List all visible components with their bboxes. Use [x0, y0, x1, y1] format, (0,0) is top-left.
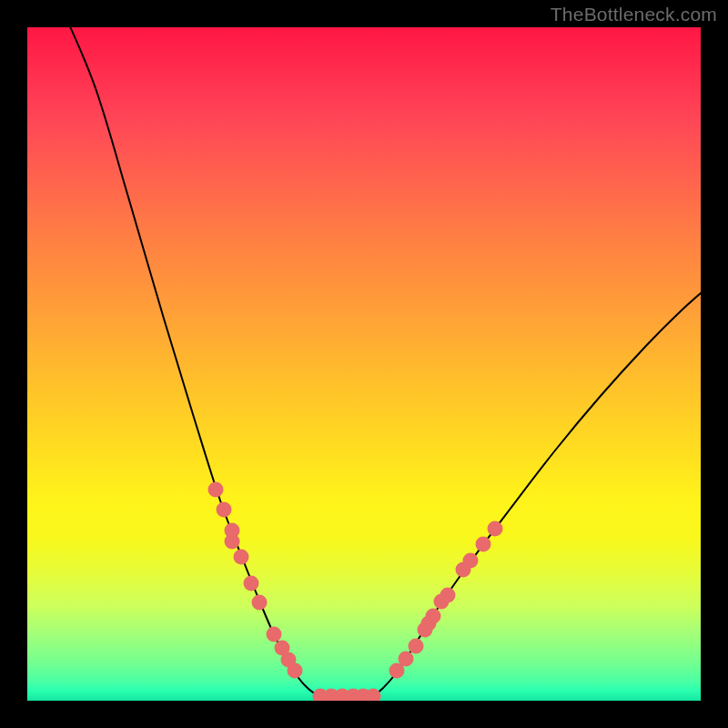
marker-dots [208, 482, 503, 702]
data-point [225, 534, 240, 550]
data-point [288, 663, 303, 679]
data-point [426, 609, 441, 624]
data-point [418, 622, 433, 638]
data-point [409, 639, 424, 654]
data-point [356, 689, 371, 702]
data-point [234, 550, 249, 565]
data-point [346, 689, 361, 702]
data-point [366, 689, 381, 702]
data-point [225, 523, 240, 539]
data-point [217, 502, 232, 518]
data-point [488, 521, 503, 537]
data-point [267, 627, 282, 642]
data-point [313, 689, 329, 702]
data-point [324, 689, 339, 702]
data-point [421, 616, 437, 632]
data-point [335, 689, 350, 702]
data-point [456, 562, 471, 578]
curve-right [373, 289, 701, 696]
chart-svg [27, 27, 701, 701]
chart-plot-area [27, 27, 701, 701]
data-point [440, 588, 456, 603]
watermark-text: TheBottleneck.com [551, 4, 717, 25]
data-point [244, 576, 259, 592]
data-point [208, 482, 224, 498]
curve-left [66, 27, 318, 696]
data-point [399, 652, 414, 667]
data-point [476, 537, 491, 552]
data-point [275, 641, 290, 656]
data-point [281, 652, 297, 668]
data-point [434, 594, 450, 610]
data-point [389, 663, 405, 679]
data-point [252, 595, 268, 611]
data-point [463, 553, 479, 569]
